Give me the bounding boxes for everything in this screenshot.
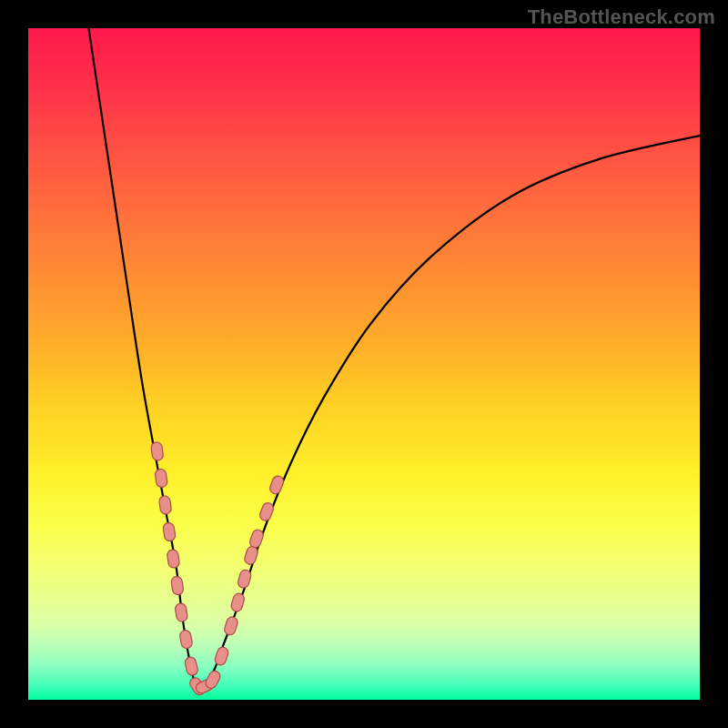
plot-area (28, 28, 700, 700)
bead-marker (184, 656, 198, 676)
curve-svg (28, 28, 700, 700)
bead-group (150, 441, 285, 697)
bead-marker (163, 522, 177, 542)
bead-marker (248, 528, 265, 549)
bead-marker (175, 602, 188, 622)
bead-marker (150, 441, 164, 461)
bead-marker (258, 501, 275, 522)
watermark: TheBottleneck.com (528, 5, 715, 29)
bead-marker (237, 569, 252, 590)
bead-marker (170, 576, 184, 596)
bead-marker (243, 545, 258, 566)
bead-marker (179, 630, 193, 650)
bead-marker (155, 469, 168, 489)
bead-marker (223, 616, 238, 637)
bead-marker (230, 592, 246, 613)
bead-marker (268, 474, 285, 495)
bead-marker (167, 549, 180, 569)
bead-marker (214, 646, 230, 667)
chart-frame: TheBottleneck.com (0, 0, 728, 728)
bead-marker (158, 495, 172, 515)
